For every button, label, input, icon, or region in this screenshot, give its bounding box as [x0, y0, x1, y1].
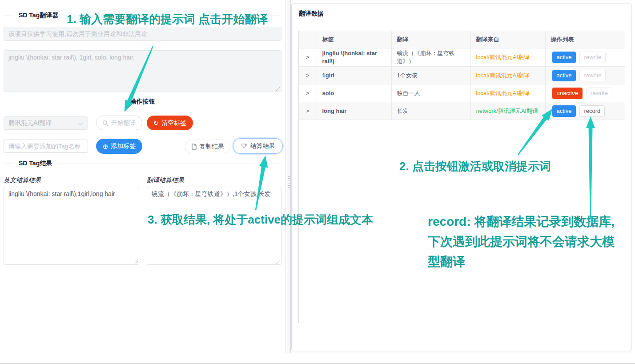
divider-line — [4, 164, 14, 164]
translation-table: 标签翻译翻译来自操作列表 >jingliu \(honkai: star rai… — [298, 31, 625, 323]
results-section-title: SD Tag结果 — [14, 160, 56, 168]
rewrite-button: rewrite — [586, 88, 612, 99]
results-section-divider: SD Tag结果 — [4, 159, 281, 168]
translation-cell: 独自一人 — [391, 84, 470, 102]
rewrite-button: rewrite — [579, 52, 606, 63]
active-button[interactable]: active — [552, 70, 576, 81]
pane-divider — [285, 0, 286, 353]
add-tag-label: 添加标签 — [111, 142, 136, 150]
annotation-step1: 1. 输入需要翻译的提示词 点击开始翻译 — [67, 12, 268, 27]
grip-icon — [288, 175, 290, 190]
copy-result-label: 复制结果 — [199, 143, 224, 151]
column-header — [299, 31, 317, 48]
rewrite-button: rewrite — [579, 70, 606, 81]
column-header: 标签 — [317, 31, 391, 48]
settle-result-button[interactable]: 结算结果 — [233, 138, 283, 154]
column-header: 翻译来自 — [470, 31, 545, 48]
translation-table-body: >jingliu \(honkai: star rail\)镜流（《崩坏：星穹铁… — [299, 48, 625, 120]
record-note-line: 下次遇到此提示词将不会请求大模 — [428, 232, 615, 252]
actions-divider: 操作按钮 — [4, 97, 281, 106]
tag-cell: jingliu \(honkai: star rail\) — [317, 48, 391, 67]
divider-line — [4, 102, 126, 102]
tag-cell: 1girl — [317, 67, 391, 84]
chevron-down-icon — [78, 121, 83, 125]
tags-textarea[interactable]: jingliu \(honkai: star rail\), 1girl, so… — [4, 50, 281, 92]
translation-cell: 长发 — [391, 102, 470, 120]
copy-result-button[interactable]: 复制结果 — [185, 140, 230, 153]
engine-select[interactable]: 腾讯混元AI翻译 — [4, 116, 88, 130]
notice-input[interactable] — [4, 27, 281, 41]
plus-circle-icon: ⊕ — [103, 143, 109, 150]
engine-select-value: 腾讯混元AI翻译 — [8, 119, 52, 127]
record-note-line: record: 将翻译结果记录到数据库, — [428, 212, 615, 232]
split-drag-handle[interactable] — [287, 0, 291, 353]
actions-cell: activerecord — [545, 102, 625, 120]
translated-result-label: 翻译结算结果 — [147, 176, 184, 184]
document-icon — [191, 144, 197, 150]
source-cell: local/腾讯混元AI翻译 — [470, 84, 545, 102]
clear-tags-label: 清空标签 — [161, 119, 186, 127]
actions-cell: activerewrite — [545, 48, 625, 67]
actions-divider-label: 操作按钮 — [126, 98, 160, 106]
card-title: 翻译数据 — [292, 4, 631, 23]
english-result-label: 英文结算结果 — [4, 176, 41, 184]
expand-row-icon[interactable]: > — [299, 84, 317, 102]
start-translate-button[interactable]: 开始翻译 — [96, 116, 142, 130]
translator-pane: SD Tag翻译器 jingliu \(honkai: star rail\),… — [0, 0, 285, 353]
column-header: 翻译 — [391, 31, 470, 48]
translator-section-title: SD Tag翻译器 — [14, 12, 63, 20]
unactive-button[interactable]: unactive — [552, 88, 583, 99]
clear-tags-button[interactable]: ↻ 清空标签 — [147, 116, 193, 130]
source-cell: local/腾讯混元AI翻译 — [470, 67, 545, 84]
record-button[interactable]: record — [579, 105, 605, 117]
start-translate-label: 开始翻译 — [111, 119, 136, 127]
settle-result-label: 结算结果 — [250, 142, 275, 150]
add-tag-input[interactable] — [4, 140, 88, 153]
expand-row-icon[interactable]: > — [299, 67, 317, 84]
actions-cell: unactiverewrite — [545, 84, 625, 102]
annotation-step3: 3. 获取结果, 将处于active的提示词组成文本 — [148, 212, 373, 228]
cup-icon — [241, 143, 248, 149]
annotation-record-note: record: 将翻译结果记录到数据库,下次遇到此提示词将不会请求大模型翻译 — [428, 212, 615, 272]
refresh-icon: ↻ — [153, 120, 159, 126]
record-note-line: 型翻译 — [428, 252, 615, 272]
source-cell: local/腾讯混元AI翻译 — [470, 48, 545, 67]
table-row: >1girl1个女孩local/腾讯混元AI翻译activerewrite — [299, 67, 625, 84]
source-cell: network/腾讯混元AI翻译 — [470, 102, 545, 120]
table-row: >jingliu \(honkai: star rail\)镜流（《崩坏：星穹铁… — [299, 48, 625, 67]
tag-cell: solo — [317, 84, 391, 102]
english-result-textarea[interactable]: jingliu \(honkai: star rail\),1girl,long… — [4, 187, 139, 265]
expand-row-icon[interactable]: > — [299, 48, 317, 67]
divider-line — [4, 16, 14, 16]
translation-data-card: 翻译数据 标签翻译翻译来自操作列表 >jingliu \(honkai: sta… — [291, 4, 631, 351]
table-header-row: 标签翻译翻译来自操作列表 — [299, 31, 625, 48]
add-tag-button[interactable]: ⊕ 添加标签 — [96, 139, 142, 154]
annotation-step2: 2. 点击按钮激活或取消提示词 — [399, 159, 551, 174]
table-row: >solo独自一人local/腾讯混元AI翻译unactiverewrite — [299, 84, 625, 102]
active-button[interactable]: active — [552, 105, 576, 117]
table-row: >long hair长发network/腾讯混元AI翻译activerecord — [299, 102, 625, 120]
column-header: 操作列表 — [545, 31, 625, 48]
active-button[interactable]: active — [552, 52, 576, 63]
actions-cell: activerewrite — [545, 67, 625, 84]
tag-cell: long hair — [317, 102, 391, 120]
translation-cell: 镜流（《崩坏：星穹铁道》） — [391, 48, 470, 67]
search-icon — [102, 120, 109, 126]
divider-line — [56, 164, 281, 164]
translation-cell: 1个女孩 — [391, 67, 470, 84]
divider-line — [160, 102, 282, 102]
expand-row-icon[interactable]: > — [299, 102, 317, 120]
